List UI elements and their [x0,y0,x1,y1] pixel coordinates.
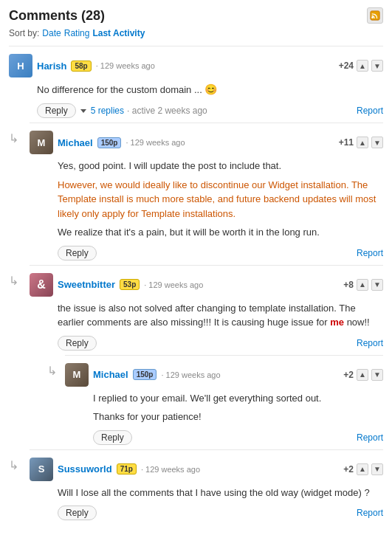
avatar: & [30,273,53,297]
report-link[interactable]: Report [357,338,383,348]
user-badge: 58p [71,61,91,72]
report-link[interactable]: Report [357,248,383,258]
comment-body: Will I lose all the comments that I have… [58,486,383,500]
user-badge: 53p [120,279,140,290]
vote-count: +8 ▲ ▼ [343,279,383,291]
downvote-btn[interactable]: ▼ [371,463,383,475]
sort-date[interactable]: Date [42,28,61,38]
indent-arrow: ↳ [9,449,30,472]
expand-icon [80,109,86,113]
vote-count: +2 ▲ ▼ [343,463,383,475]
comment-meta: · 129 weeks ago [125,138,185,147]
comment-footer: Reply Report [58,506,383,520]
username[interactable]: Sweetnbitter [58,279,115,290]
reply-button[interactable]: Reply [58,506,97,520]
indented-comment-wrap: ↳ M Michael 150p · 129 weeks ago +2 ▲ ▼ [9,355,383,449]
username[interactable]: Harish [37,61,66,72]
vote-count: +24 ▲ ▼ [339,60,383,72]
report-link[interactable]: Report [357,106,383,116]
reply-button[interactable]: Reply [93,430,132,445]
indented-comment-wrap: ↳ M Michael 150p · 129 weeks ago +11 ▲ ▼ [9,123,383,265]
downvote-btn[interactable]: ▼ [371,137,383,148]
feed-icon[interactable] [367,7,383,24]
comment-meta: · 129 weeks ago [141,465,200,474]
upvote-btn[interactable]: ▲ [357,369,368,381]
sort-last-activity[interactable]: Last Activity [92,28,145,38]
username[interactable]: Michael [93,369,128,380]
comment-body: I replied to your email. We'll get every… [93,391,383,424]
downvote-btn[interactable]: ▼ [371,279,383,291]
comment-body: No difference for the custom domain ... … [37,82,383,97]
upvote-btn[interactable]: ▲ [357,137,368,148]
vote-value: +24 [339,61,354,71]
comment-footer: Reply Report [93,430,383,445]
vote-count: +11 ▲ ▼ [339,137,383,148]
avatar: M [65,363,89,387]
comment-header: S Sussuworld 71p · 129 weeks ago +2 ▲ ▼ [30,458,383,481]
indented-comment-wrap: ↳ S Sussuworld 71p · 129 weeks ago +2 ▲ … [9,449,383,525]
comment-block: H Harish 58p · 129 weeks ago +24 ▲ ▼ No … [9,46,383,123]
upvote-btn[interactable]: ▲ [357,463,368,475]
sort-row: Sort by: Date Rating Last Activity [9,28,383,38]
vote-value: +11 [339,137,354,148]
comment-footer: Reply Report [58,336,383,351]
avatar: S [30,458,53,481]
indent-arrow2: ↳ [47,355,65,378]
user-badge: 150p [97,137,122,148]
comment-block: M Michael 150p · 129 weeks ago +11 ▲ ▼ Y… [30,123,383,265]
comment-meta: · 129 weeks ago [161,370,220,379]
reply-button[interactable]: Reply [58,246,97,261]
comment-footer: Reply Report [58,246,383,261]
indent-arrow: ↳ [9,265,30,288]
svg-point-1 [371,16,374,18]
vote-value: +2 [343,370,354,380]
comment-body: Yes, good point. I will update the post … [58,159,383,240]
comment-meta: · 129 weeks ago [96,61,155,70]
indent-arrow [9,355,47,364]
vote-count: +2 ▲ ▼ [343,369,383,381]
page-title: Comments (28) [9,8,105,24]
sort-rating[interactable]: Rating [64,28,90,38]
avatar: H [9,54,32,77]
comment-header: M Michael 150p · 129 weeks ago +2 ▲ ▼ [65,363,383,387]
comment-block: S Sussuworld 71p · 129 weeks ago +2 ▲ ▼ … [30,449,383,525]
upvote-btn[interactable]: ▲ [357,60,368,72]
user-badge: 150p [133,369,157,380]
reply-button[interactable]: Reply [37,103,76,118]
user-badge: 71p [117,463,137,475]
downvote-btn[interactable]: ▼ [371,60,383,72]
comment-meta: · 129 weeks ago [144,280,203,289]
report-link[interactable]: Report [357,508,383,518]
report-link[interactable]: Report [357,432,383,443]
comment-header: M Michael 150p · 129 weeks ago +11 ▲ ▼ [30,131,383,154]
avatar: M [30,131,53,154]
vote-value: +2 [343,464,354,475]
reply-button[interactable]: Reply [58,336,97,351]
replies-info: 5 replies · active 2 weeks ago [80,106,207,116]
comment-body: the issue is also not solved after chang… [58,301,383,330]
username[interactable]: Michael [58,137,93,148]
username[interactable]: Sussuworld [58,463,112,475]
sort-label: Sort by: [9,28,39,38]
comment-footer: Reply 5 replies · active 2 weeks ago Rep… [37,103,383,118]
comment-header: & Sweetnbitter 53p · 129 weeks ago +8 ▲ … [30,273,383,297]
active-text: · active 2 weeks ago [127,106,207,116]
comment-block: & Sweetnbitter 53p · 129 weeks ago +8 ▲ … [30,265,383,355]
indented-comment-wrap: ↳ & Sweetnbitter 53p · 129 weeks ago +8 … [9,265,383,355]
comment-header: H Harish 58p · 129 weeks ago +24 ▲ ▼ [9,54,383,77]
upvote-btn[interactable]: ▲ [357,279,368,291]
comment-block: M Michael 150p · 129 weeks ago +2 ▲ ▼ I … [65,355,383,449]
downvote-btn[interactable]: ▼ [371,369,383,381]
replies-count[interactable]: 5 replies [91,106,124,116]
vote-value: +8 [343,280,354,290]
indent-arrow: ↳ [9,123,30,145]
